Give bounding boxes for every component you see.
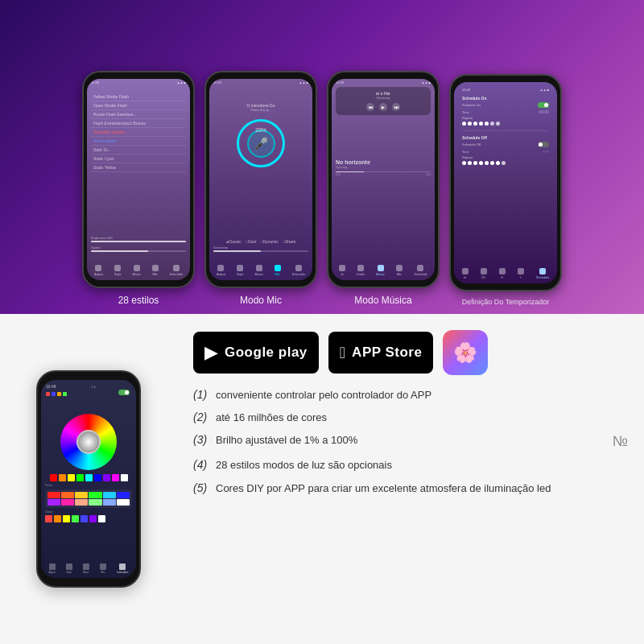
- lotus-icon: 🌸: [453, 341, 477, 364]
- feature-item-3: (3) Brilho ajustável de 1% a 100% №: [193, 433, 628, 450]
- preset-purple[interactable]: [103, 474, 110, 481]
- app-store-button[interactable]:  APP Store: [328, 332, 434, 374]
- mic-icon: 🎤: [254, 137, 268, 150]
- menu-item-red: Vermelho Estático: [91, 128, 186, 137]
- bottom-section: 10:49 1:1: [0, 314, 644, 644]
- feature-item-1: (1) conveniente controlar pelo controlad…: [193, 388, 628, 402]
- play-btn[interactable]: ▶: [379, 103, 387, 111]
- bottom-phone-frame: 10:49 1:1: [36, 370, 141, 588]
- color-wheel[interactable]: [60, 414, 117, 470]
- phone-1-container: 10:49 ▲▲ ■ Yellow Strobe Flash Open Stro…: [82, 71, 195, 306]
- color-grid: [45, 489, 132, 508]
- phone-1-label: 28 estilos: [118, 295, 159, 306]
- preset-white[interactable]: [121, 474, 128, 481]
- app-store-label: APP Store: [352, 345, 422, 361]
- preset-blue[interactable]: [94, 474, 101, 481]
- bottom-phone-screen: 10:49 1:1: [41, 380, 136, 578]
- feature-1-text: conveniente controlar pelo controlador d…: [216, 388, 431, 402]
- phone-3-frame: 10:49 ▲▲ ■ er o Hor Samsung ⏮ ▶ ⏭ No hor: [327, 71, 440, 288]
- preset-orange[interactable]: [59, 474, 66, 481]
- phone-1-nav: Adjust Style Music Mic Schedule: [87, 265, 190, 276]
- percent-icon: №: [613, 433, 628, 450]
- preset-cyan[interactable]: [85, 474, 93, 481]
- phone-2-frame: 10:49 ▲▲ ■ O microfone Du Pitens Emoji..…: [204, 71, 317, 288]
- phone-3-label: Modo Música: [354, 295, 411, 306]
- bottom-left: 10:49 1:1: [0, 314, 177, 644]
- phone-4-nav: tit 00 ✦ ✧ Schedule: [454, 268, 557, 279]
- phone-3-container: 10:49 ▲▲ ■ er o Hor Samsung ⏮ ▶ ⏭ No hor: [327, 71, 440, 306]
- mic-circle: 🎤: [237, 119, 285, 167]
- menu-item: Open Strobe Flash: [91, 101, 186, 110]
- song-artist: Samsung: [340, 96, 427, 100]
- preset-green[interactable]: [76, 474, 84, 481]
- phone-2-nav: Adjust Style Music Mic Schedule: [209, 265, 312, 276]
- phones-row: 10:49 ▲▲ ■ Yellow Strobe Flash Open Stro…: [82, 16, 562, 306]
- toggle-on[interactable]: [538, 102, 549, 108]
- bottom-phone-time: 10:49: [46, 384, 56, 389]
- phone-3-nav: tit Estilo Music Mic Schedule: [332, 265, 435, 276]
- phone-1-screen: 10:49 ▲▲ ■ Yellow Strobe Flash Open Stro…: [87, 79, 190, 280]
- bottom-phone-toggle[interactable]: [118, 390, 130, 395]
- feature-list: (1) conveniente controlar pelo controlad…: [193, 388, 628, 496]
- top-section: 10:49 ▲▲ ■ Yellow Strobe Flash Open Stro…: [0, 0, 644, 314]
- apple-icon: : [340, 344, 345, 362]
- store-buttons: ▶ Google play  APP Store 🌸: [193, 330, 628, 375]
- google-play-label: Google play: [225, 345, 308, 361]
- menu-item: Satic Gr...: [91, 146, 186, 155]
- mic-mode-row: ●Classic○Osot○Dynamic○Share: [212, 239, 310, 244]
- phone-4-screen: 10:49 ▲▲ ■ Schedule On Schedule On Time: [454, 82, 557, 283]
- preset-yellow[interactable]: [68, 474, 75, 481]
- feature-5-number: (5): [193, 481, 211, 494]
- color-wheel-inner: [76, 430, 101, 454]
- app-icon: 🌸: [443, 330, 488, 375]
- feature-item-4: (4) 28 estilos modos de luz são opcionai…: [193, 458, 628, 473]
- feature-5-text: Cores DIY por APP para criar um excelent…: [216, 481, 551, 496]
- feature-3-text: Brilho ajustável de 1% a 100%: [216, 433, 357, 448]
- google-play-icon: ▶: [204, 342, 218, 363]
- phone-3-screen: 10:49 ▲▲ ■ er o Hor Samsung ⏮ ▶ ⏭ No hor: [332, 79, 435, 280]
- bottom-phone-nav: Adjust Style Music Mic Calendário: [41, 564, 136, 574]
- phone-1-frame: 10:49 ▲▲ ■ Yellow Strobe Flash Open Stro…: [82, 71, 195, 288]
- menu-item: Static Cyan: [91, 155, 186, 163]
- mic-inner: 🎤: [247, 130, 275, 158]
- feature-4-number: (4): [193, 458, 211, 471]
- next-btn[interactable]: ⏭: [392, 103, 400, 111]
- schedule-off-section: Schedule Off Schedule Off Time --:-- Rep…: [462, 135, 549, 165]
- phone-2-label: Modo Mic: [240, 295, 282, 306]
- feature-2-number: (2): [193, 411, 211, 423]
- music-player: er o Hor Samsung ⏮ ▶ ⏭: [336, 87, 431, 115]
- feature-4-text: 28 estilos modos de luz são opcionais: [216, 458, 392, 473]
- feature-3-number: (3): [193, 433, 211, 446]
- music-controls: ⏮ ▶ ⏭: [340, 103, 427, 111]
- schedule-on-section: Schedule On Schedule On Time 09:00 Repea…: [462, 96, 549, 126]
- phone-4-label: Definição Do Temporizador: [462, 298, 549, 306]
- menu-item: Flash Estroboscópico Branco: [91, 119, 186, 128]
- menu-item: Purple Flash Estrobos...: [91, 110, 186, 119]
- google-play-button[interactable]: ▶ Google play: [193, 332, 319, 374]
- preset-red[interactable]: [50, 474, 57, 481]
- phone-4-frame: 10:49 ▲▲ ■ Schedule On Schedule On Time: [449, 74, 562, 291]
- feature-item-5: (5) Cores DIY por APP para criar um exce…: [193, 481, 628, 496]
- feature-2-text: até 16 milhões de cores: [216, 411, 327, 425]
- phone-4-container: 10:49 ▲▲ ■ Schedule On Schedule On Time: [449, 74, 562, 306]
- mic-percent: 28%: [255, 127, 266, 133]
- menu-item: Yellow Strobe Flash: [91, 93, 186, 101]
- prev-btn[interactable]: ⏮: [366, 103, 374, 111]
- feature-item-2: (2) até 16 milhões de cores: [193, 411, 628, 425]
- preset-magenta[interactable]: [112, 474, 119, 481]
- bottom-right: ▶ Google play  APP Store 🌸 (1) convenie…: [177, 314, 644, 644]
- phone-2-screen: 10:49 ▲▲ ■ O microfone Du Pitens Emoji..…: [209, 79, 312, 280]
- preset-colors: [45, 474, 132, 481]
- bottom-phone-topbar: 10:49 1:1: [41, 380, 136, 390]
- feature-1-number: (1): [193, 388, 211, 401]
- phone-2-container: 10:49 ▲▲ ■ O microfone Du Pitens Emoji..…: [204, 71, 317, 306]
- menu-item: Static Yellow: [91, 163, 186, 172]
- toggle-off[interactable]: [538, 142, 549, 147]
- menu-item-blue: Azul Estático: [91, 137, 186, 146]
